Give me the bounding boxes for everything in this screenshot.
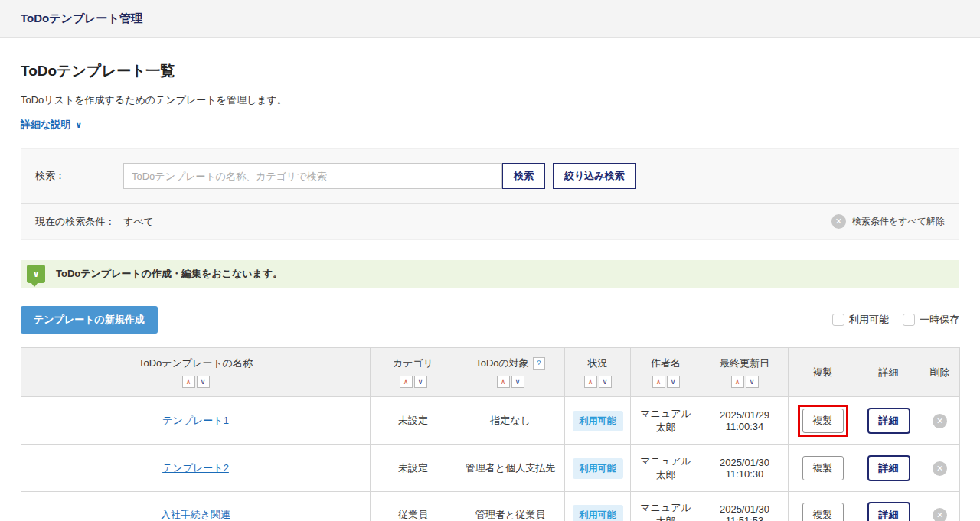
updated-date: 2025/01/30 (706, 503, 783, 515)
sort-desc-icon[interactable]: ∨ (197, 376, 210, 388)
table-row: テンプレート1 未設定 指定なし 利用可能 マニュアル太郎 2025/01/29… (21, 397, 960, 445)
updated-time: 11:10:30 (706, 468, 783, 480)
checkbox-available[interactable]: 利用可能 (832, 313, 889, 327)
delete-icon[interactable]: ✕ (933, 461, 947, 476)
updated-cell: 2025/01/29 11:00:34 (701, 397, 789, 445)
detail-button[interactable]: 詳細 (867, 408, 910, 434)
search-panel: 検索： 検索 絞り込み検索 現在の検索条件： すべて ✕ 検索条件をすべて解除 (21, 148, 959, 240)
header-author: 作者名 ∧ ∨ (631, 348, 701, 397)
sort-asc-icon[interactable]: ∧ (584, 376, 597, 388)
sort-asc-icon[interactable]: ∧ (652, 376, 665, 388)
search-input[interactable] (123, 163, 502, 189)
clear-all-label: 検索条件をすべて解除 (852, 215, 945, 228)
sort-asc-icon[interactable]: ∧ (182, 376, 195, 388)
target-cell: 管理者と従業員 (456, 492, 565, 521)
header-target: ToDoの対象 ？ ∧ ∨ (456, 348, 565, 397)
header-updated-label: 最終更新日 (720, 357, 769, 370)
chevron-down-icon: ∨ (75, 120, 82, 130)
author-cell: マニュアル太郎 (631, 445, 701, 492)
table-row: 入社手続き関連 従業員 管理者と従業員 利用可能 マニュアル太郎 2025/01… (21, 492, 960, 521)
header-target-label: ToDoの対象 (475, 357, 529, 370)
author-cell: マニュアル太郎 (631, 492, 701, 521)
header-name: ToDoテンプレートの名称 ∧ ∨ (21, 348, 371, 397)
header-category-label: カテゴリ (393, 357, 433, 370)
sort-asc-icon[interactable]: ∧ (731, 376, 744, 388)
search-button[interactable]: 検索 (502, 163, 545, 189)
template-table: ToDoテンプレートの名称 ∧ ∨ カテゴリ ∧ ∨ (21, 347, 960, 521)
current-conditions-value: すべて (123, 215, 154, 229)
current-conditions-row: 現在の検索条件： すべて ✕ 検索条件をすべて解除 (21, 204, 959, 239)
toolbar: テンプレートの新規作成 利用可能 一時保存 (21, 306, 959, 334)
updated-date: 2025/01/29 (706, 409, 783, 421)
category-cell: 未設定 (371, 445, 456, 492)
search-row: 検索： 検索 絞り込み検索 (21, 149, 959, 203)
banner-chevron-icon[interactable]: ∨ (27, 265, 45, 283)
target-cell: 指定なし (456, 397, 565, 445)
detail-description-link[interactable]: 詳細な説明 ∨ (21, 118, 82, 132)
copy-button[interactable]: 複製 (802, 409, 844, 433)
checkbox-draft-box[interactable] (903, 314, 915, 326)
updated-time: 11:51:53 (706, 515, 783, 521)
copy-button[interactable]: 複製 (802, 503, 844, 521)
header-author-label: 作者名 (651, 357, 681, 370)
filter-search-button[interactable]: 絞り込み検索 (553, 163, 636, 189)
category-cell: 未設定 (371, 397, 456, 445)
clear-icon[interactable]: ✕ (831, 214, 846, 229)
table-header-row: ToDoテンプレートの名称 ∧ ∨ カテゴリ ∧ ∨ (21, 348, 960, 397)
sort-desc-icon[interactable]: ∨ (414, 376, 427, 388)
status-badge: 利用可能 (573, 411, 623, 431)
target-cell: 管理者と個人支払先 (456, 445, 565, 492)
detail-button[interactable]: 詳細 (867, 502, 910, 521)
header-copy: 複製 (789, 348, 858, 397)
delete-icon[interactable]: ✕ (933, 508, 947, 521)
checkbox-draft[interactable]: 一時保存 (903, 313, 959, 327)
table-row: テンプレート2 未設定 管理者と個人支払先 利用可能 マニュアル太郎 2025/… (21, 445, 960, 492)
sort-desc-icon[interactable]: ∨ (746, 376, 759, 388)
updated-cell: 2025/01/30 11:10:30 (701, 445, 789, 492)
status-badge: 利用可能 (573, 458, 623, 479)
header-name-label: ToDoテンプレートの名称 (139, 357, 253, 370)
header-updated: 最終更新日 ∧ ∨ (701, 348, 789, 397)
detail-button[interactable]: 詳細 (867, 455, 910, 481)
sort-desc-icon[interactable]: ∨ (599, 376, 612, 388)
template-link[interactable]: テンプレート2 (162, 462, 229, 474)
copy-button[interactable]: 複製 (802, 456, 844, 480)
create-template-button[interactable]: テンプレートの新規作成 (21, 306, 158, 334)
checkbox-available-label: 利用可能 (849, 313, 889, 327)
updated-cell: 2025/01/30 11:51:53 (701, 492, 789, 521)
template-link[interactable]: 入社手続き関連 (161, 509, 230, 520)
page-title: ToDoテンプレート一覧 (21, 61, 959, 81)
filter-checkboxes: 利用可能 一時保存 (832, 313, 959, 327)
current-conditions-label: 現在の検索条件： (35, 215, 123, 229)
banner-text: ToDoテンプレートの作成・編集をおこないます。 (56, 267, 283, 281)
status-badge: 利用可能 (573, 505, 623, 521)
checkbox-available-box[interactable] (832, 314, 844, 326)
header-status-label: 状況 (588, 357, 608, 370)
header-delete: 削除 (920, 348, 960, 397)
app-title: ToDoテンプレート管理 (21, 11, 959, 26)
detail-description-label: 詳細な説明 (21, 118, 70, 132)
delete-icon[interactable]: ✕ (933, 414, 947, 428)
sort-asc-icon[interactable]: ∧ (400, 376, 413, 388)
updated-time: 11:00:34 (706, 421, 783, 432)
sort-asc-icon[interactable]: ∧ (497, 376, 510, 388)
header-detail: 詳細 (858, 348, 920, 397)
sort-desc-icon[interactable]: ∨ (667, 376, 680, 388)
checkbox-draft-label: 一時保存 (920, 313, 959, 327)
highlight-box: 複製 (798, 405, 848, 437)
search-label: 検索： (35, 169, 123, 183)
main-content: ToDoテンプレート一覧 ToDoリストを作成するためのテンプレートを管理します… (0, 61, 980, 521)
header-category: カテゴリ ∧ ∨ (371, 348, 456, 397)
header-status: 状況 ∧ ∨ (565, 348, 631, 397)
category-cell: 従業員 (371, 492, 456, 521)
author-cell: マニュアル太郎 (631, 397, 701, 445)
sort-desc-icon[interactable]: ∨ (511, 376, 524, 388)
updated-date: 2025/01/30 (706, 457, 783, 468)
help-icon[interactable]: ？ (533, 357, 545, 370)
template-link[interactable]: テンプレート1 (162, 415, 229, 426)
app-header: ToDoテンプレート管理 (0, 0, 980, 38)
clear-all-conditions[interactable]: ✕ 検索条件をすべて解除 (831, 214, 945, 229)
info-banner: ∨ ToDoテンプレートの作成・編集をおこないます。 (21, 260, 959, 288)
page-description: ToDoリストを作成するためのテンプレートを管理します。 (21, 93, 959, 107)
